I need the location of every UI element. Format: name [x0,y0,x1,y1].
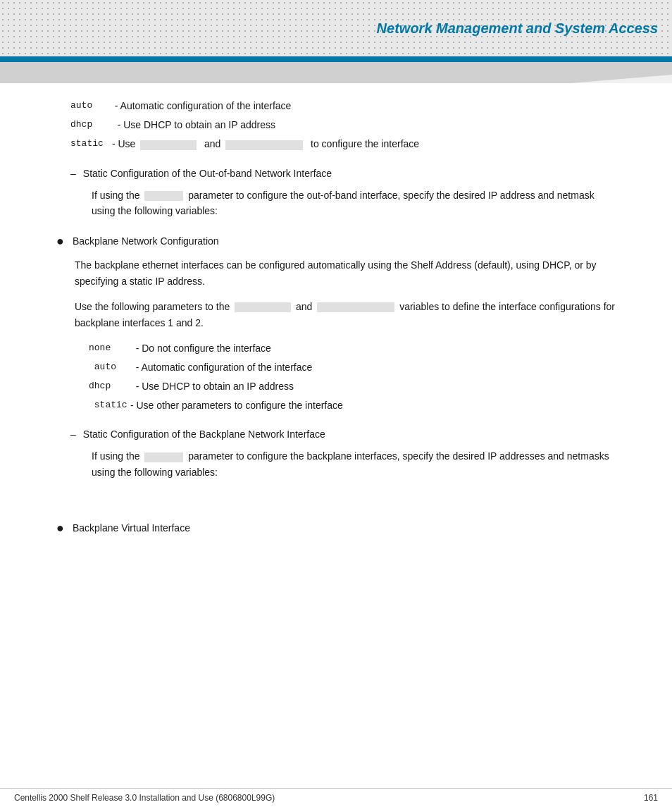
backplane-virtual-bullet-section: ● Backplane Virtual Interface [56,522,616,536]
backplane-config-list: none - Do not configure the interface au… [89,340,616,415]
backplane-bullet-section: ● Backplane Network Configuration The ba… [56,235,616,414]
backplane-var2 [317,302,394,312]
static-oob-title: Static Configuration of the Out-of-band … [83,168,332,179]
main-content: auto - Automatic configuration of the in… [0,83,672,603]
static-oob-body: If using the parameter to configure the … [92,187,616,219]
footer: Centellis 2000 Shelf Release 3.0 Install… [0,788,672,807]
bp-config-item-auto: auto - Automatic configuration of the in… [89,359,616,376]
dash2-icon: – [70,429,76,440]
backplane-bullet-header: ● Backplane Network Configuration [56,235,616,249]
backplane-virtual-bullet-header: ● Backplane Virtual Interface [56,522,616,536]
config-label-dhcp: dhcp [70,116,109,133]
config-desc-dhcp: - Use DHCP to obtain an IP address [109,116,275,134]
bp-config-desc-none: - Do not configure the interface [127,340,271,357]
footer-left-text: Centellis 2000 Shelf Release 3.0 Install… [14,793,275,803]
oob-config-list: auto - Automatic configuration of the in… [70,97,616,154]
static-backplane-para: If using the parameter to configure the … [92,448,616,480]
gray-wave [0,62,672,83]
static-backplane-var [144,452,183,462]
static-oob-header: – Static Configuration of the Out-of-ban… [70,168,616,179]
footer-page-number: 161 [644,793,658,803]
bp-config-label-static: static [89,397,127,413]
dot-pattern-bg: Network Management and System Access [0,0,672,56]
backplane-var1 [235,302,291,312]
static-oob-var [144,191,183,201]
dash-icon: – [70,168,76,179]
blue-banner [0,56,672,62]
backplane-para2: Use the following parameters to the and … [75,299,616,331]
bp-config-item-none: none - Do not configure the interface [89,340,616,357]
header-area: Network Management and System Access [0,0,672,83]
config-item-dhcp: dhcp - Use DHCP to obtain an IP address [70,116,616,134]
static-backplane-body: If using the parameter to configure the … [92,448,616,480]
bp-config-desc-dhcp: - Use DHCP to obtain an IP address [127,378,294,395]
config-label-auto: auto [70,97,109,113]
bullet-dot2-icon: ● [56,521,64,536]
bp-config-desc-auto: - Automatic configuration of the interfa… [127,359,312,376]
config-item-static: static - Use and to configure the interf… [70,135,616,153]
static-backplane-subsection: – Static Configuration of the Backplane … [70,429,616,480]
backplane-bullet-title: Backplane Network Configuration [73,235,219,247]
static-oob-subsection: – Static Configuration of the Out-of-ban… [70,168,616,219]
bp-config-label-dhcp: dhcp [89,378,127,394]
footer-spacer [56,547,616,589]
static-var2 [225,140,303,150]
bp-config-label-none: none [89,340,127,356]
page-title: Network Management and System Access [377,20,658,37]
backplane-para1: The backplane ethernet interfaces can be… [75,257,616,290]
bp-config-item-dhcp: dhcp - Use DHCP to obtain an IP address [89,378,616,395]
config-item-auto: auto - Automatic configuration of the in… [70,97,616,115]
oob-config-list-block: auto - Automatic configuration of the in… [56,97,616,154]
static-oob-para: If using the parameter to configure the … [92,187,616,219]
bullet-dot-icon: ● [56,234,64,249]
backplane-bullet-body: The backplane ethernet interfaces can be… [75,257,616,414]
static-backplane-header: – Static Configuration of the Backplane … [70,429,616,440]
bp-config-desc-static: - Use other parameters to configure the … [127,397,343,414]
static-var1 [140,140,197,150]
static-backplane-title: Static Configuration of the Backplane Ne… [83,429,325,440]
config-desc-static: - Use and to configure the interface [109,135,419,153]
config-desc-auto: - Automatic configuration of the interfa… [109,97,291,115]
bp-config-item-static: static - Use other parameters to configu… [89,397,616,414]
bp-config-label-auto: auto [89,359,127,375]
backplane-virtual-title: Backplane Virtual Interface [73,522,190,534]
config-label-static: static [70,135,109,152]
